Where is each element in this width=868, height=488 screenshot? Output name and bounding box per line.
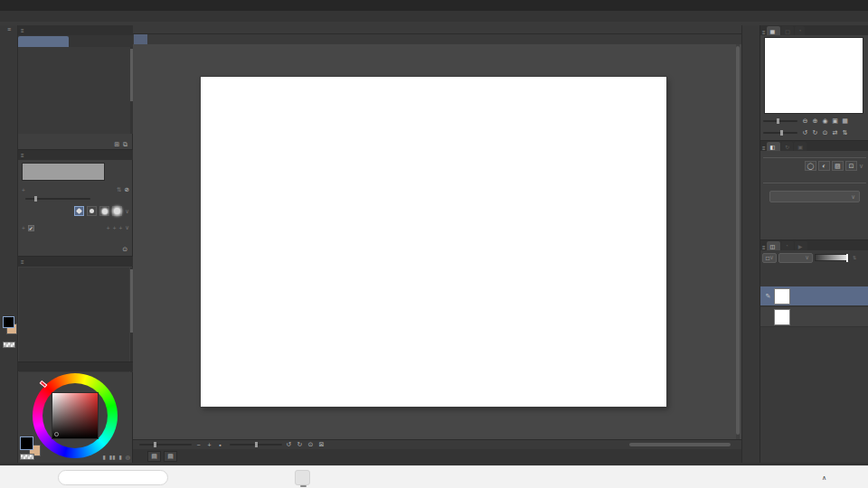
stepper-icon[interactable]: ⇅	[853, 255, 856, 260]
minimize-button[interactable]	[820, 0, 835, 11]
antialias-medium-button[interactable]	[99, 206, 109, 216]
layer-row-2[interactable]	[760, 307, 868, 327]
palette-menu-icon[interactable]: ≡	[21, 28, 24, 33]
color-settings-icon[interactable]: ◎	[126, 454, 130, 460]
tab-navigator[interactable]: ▦	[767, 26, 781, 35]
layer-filter-dropdown[interactable]: □∨	[762, 253, 777, 263]
flip-horizontal-icon[interactable]: ⇄	[831, 129, 839, 136]
palette-menu-icon[interactable]: ≡	[21, 153, 24, 158]
transparent-color-swatch[interactable]	[3, 342, 15, 348]
next-page-button[interactable]: ▤	[164, 451, 177, 462]
layer-row-1[interactable]: ✎	[760, 286, 868, 306]
blend-mode-dropdown[interactable]: ∨	[778, 253, 813, 263]
stepper-icon[interactable]: ⇅	[117, 186, 121, 193]
border-effect-icon[interactable]: ◯	[805, 161, 816, 171]
navigator-rotation-slider[interactable]	[763, 132, 797, 134]
navigator-zoom-slider[interactable]	[763, 120, 797, 122]
toolbox-menu-icon[interactable]: ≡	[0, 26, 18, 33]
reset-rotation-icon[interactable]: ⊙	[821, 129, 829, 136]
antialias-weak-button[interactable]	[87, 206, 97, 216]
erase-whole-line-icon[interactable]: +	[118, 225, 122, 231]
chevron-down-icon[interactable]: ∨	[125, 224, 129, 231]
canvas[interactable]	[201, 77, 666, 407]
chevron-down-icon[interactable]: ∨	[859, 163, 863, 170]
layer-thumbnail[interactable]	[774, 288, 790, 305]
tab-history[interactable]: ◔	[781, 241, 794, 250]
saturation-value-square[interactable]	[52, 392, 99, 439]
zoom-in-icon[interactable]: ⊕	[811, 117, 819, 125]
restore-defaults-icon[interactable]: ⊙	[122, 246, 127, 253]
layer-color-effect-icon[interactable]: ▨	[832, 161, 844, 171]
main-color-swatch[interactable]	[20, 436, 33, 450]
duplicate-subtool-icon[interactable]: ⧉	[123, 141, 127, 148]
palette-menu-icon[interactable]: ≡	[762, 145, 766, 151]
paper-thumbnail[interactable]	[774, 309, 790, 325]
close-button[interactable]	[851, 0, 866, 11]
clip-studio-paint-taskbar-icon[interactable]	[295, 470, 310, 485]
new-subtool-icon[interactable]: ⊞	[114, 141, 119, 148]
zoom-fit-icon[interactable]: ▪	[216, 442, 224, 448]
palette-menu-icon[interactable]: ≡	[762, 245, 766, 250]
tab-layer-property[interactable]: ◧	[767, 142, 781, 151]
palette-menu-icon[interactable]: ≡	[762, 30, 766, 35]
maximize-button[interactable]	[835, 0, 851, 11]
rotate-right-icon[interactable]: ↻	[811, 129, 819, 136]
chevron-down-icon[interactable]: ∨	[125, 208, 129, 215]
medium-swatch-icon[interactable]: ▮▮	[109, 454, 116, 460]
tab-subview-icon[interactable]: ▢	[781, 26, 794, 35]
actual-size-icon[interactable]: ◉	[821, 117, 829, 125]
subtool-tab-eraser[interactable]	[18, 36, 69, 47]
opacity-slider[interactable]	[815, 254, 849, 261]
antialias-strong-button[interactable]	[112, 206, 122, 216]
vector-erase-checkbox[interactable]: ✓	[28, 225, 34, 231]
canvas-zoom-slider[interactable]	[139, 444, 192, 446]
zoom-out-icon[interactable]: −	[194, 442, 203, 448]
rotate-left-icon[interactable]: ↺	[285, 441, 293, 448]
flip-view-icon[interactable]: ⊠	[317, 441, 326, 448]
large-swatch-icon[interactable]: ▮	[118, 454, 121, 460]
vertical-scrollbar[interactable]	[736, 44, 740, 439]
brush-size-slider[interactable]	[25, 198, 90, 200]
previous-page-button[interactable]: ▤	[147, 451, 161, 462]
navigator-preview[interactable]	[764, 37, 863, 114]
tab-extra-icon[interactable]: ▣	[794, 142, 807, 151]
taskbar-search-box[interactable]	[58, 470, 168, 485]
antialias-none-button[interactable]	[74, 206, 84, 216]
source-setting-icon[interactable]: ⊘	[125, 186, 129, 193]
document-tab[interactable]	[134, 34, 147, 44]
extract-line-icon[interactable]: ⊡	[845, 161, 857, 171]
expand-icon[interactable]: +	[22, 225, 25, 231]
canvas-rotation-slider[interactable]	[230, 444, 282, 446]
expand-icon[interactable]: +	[22, 187, 25, 193]
edge-icon[interactable]	[177, 470, 193, 485]
erase-to-intersection-icon[interactable]: +	[113, 225, 117, 231]
tone-effect-icon[interactable]: ◐	[818, 161, 830, 171]
tab-animation-icon[interactable]: ↻	[781, 142, 793, 151]
erase-touched-icon[interactable]: +	[107, 225, 110, 231]
zoom-in-icon[interactable]: +	[205, 442, 213, 448]
main-color-swatch[interactable]	[3, 316, 14, 328]
file-explorer-icon[interactable]	[201, 470, 216, 485]
color-panel-footer: ▮ ▮▮ ▮ ◎	[103, 454, 130, 460]
fit-to-screen-icon[interactable]: ▦	[841, 117, 849, 125]
brush-stroke-preview[interactable]	[22, 163, 105, 181]
palette-menu-icon[interactable]: ≡	[21, 259, 24, 265]
tab-auto-action[interactable]: ▶	[795, 241, 808, 250]
rotate-right-icon[interactable]: ↻	[296, 441, 304, 448]
sv-marker[interactable]	[54, 432, 59, 436]
zoom-out-icon[interactable]: ⊖	[801, 117, 809, 125]
flip-vertical-icon[interactable]: ⇅	[841, 129, 849, 136]
dell-icon[interactable]	[248, 470, 263, 485]
horizontal-scrollbar[interactable]	[629, 443, 731, 446]
rotate-left-icon[interactable]: ↺	[801, 129, 809, 136]
transparent-color-swatch[interactable]	[20, 454, 34, 460]
fit-to-window-icon[interactable]: ▣	[831, 117, 839, 125]
expression-color-dropdown[interactable]: ∨	[769, 191, 860, 202]
tab-layer[interactable]: ◫	[767, 241, 781, 250]
hidden-icons-chevron[interactable]: ∧	[822, 474, 826, 482]
reset-rotation-icon[interactable]: ⊙	[307, 441, 315, 448]
support-assist-icon[interactable]	[271, 470, 287, 485]
microsoft-store-icon[interactable]	[224, 470, 240, 485]
tab-information-icon[interactable]: ◔	[795, 26, 806, 35]
small-swatch-icon[interactable]: ▮	[103, 454, 106, 460]
